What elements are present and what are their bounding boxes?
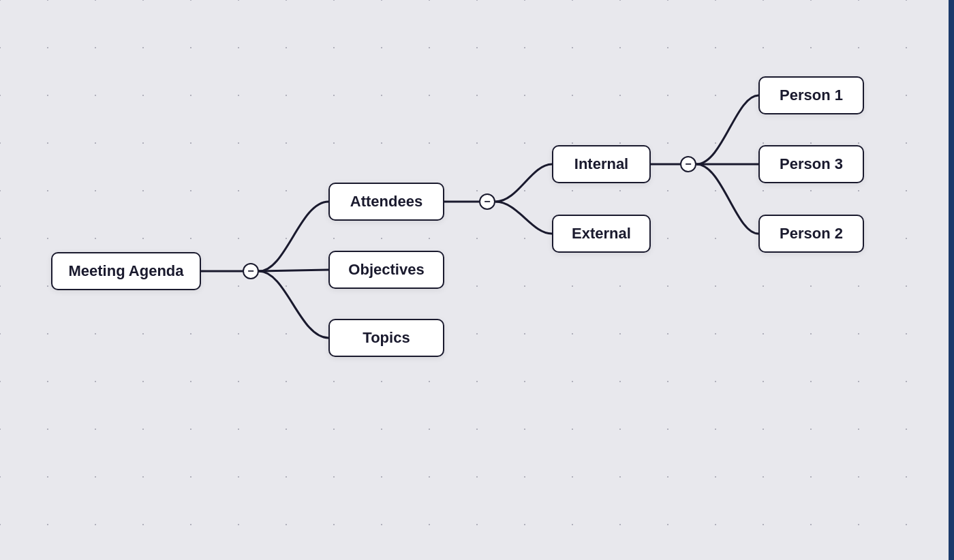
internal-node[interactable]: Internal	[552, 145, 651, 183]
external-node[interactable]: External	[552, 215, 651, 253]
objectives-node[interactable]: Objectives	[328, 251, 444, 289]
main-collapse-button[interactable]	[243, 263, 259, 279]
objectives-label: Objectives	[348, 261, 424, 279]
person1-node[interactable]: Person 1	[758, 76, 864, 114]
person3-node[interactable]: Person 3	[758, 145, 864, 183]
internal-label: Internal	[574, 155, 628, 173]
attendees-label: Attendees	[350, 193, 422, 211]
svg-line-1	[259, 270, 328, 271]
person2-node[interactable]: Person 2	[758, 215, 864, 253]
meeting-agenda-node[interactable]: Meeting Agenda	[51, 252, 201, 290]
topics-label: Topics	[363, 329, 410, 347]
external-label: External	[572, 225, 631, 243]
right-edge-accent	[949, 0, 954, 560]
person2-label: Person 2	[780, 225, 843, 243]
person3-label: Person 3	[780, 155, 843, 173]
internal-collapse-button[interactable]	[680, 156, 696, 172]
attendees-collapse-button[interactable]	[479, 193, 495, 210]
topics-node[interactable]: Topics	[328, 319, 444, 357]
person1-label: Person 1	[780, 87, 843, 104]
attendees-node[interactable]: Attendees	[328, 183, 444, 221]
meeting-agenda-label: Meeting Agenda	[68, 262, 183, 280]
